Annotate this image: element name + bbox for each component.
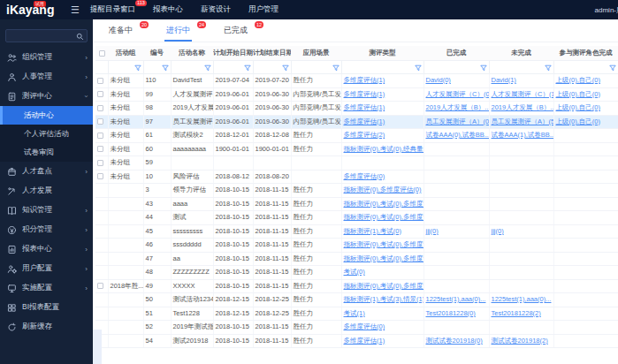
type-link[interactable]: 多维度评估(1) — [344, 76, 385, 84]
type-link[interactable]: 多维度评估(1) — [344, 118, 385, 125]
table-row[interactable]: 46sssddddd2018-10-152018-11-15胜任力指标测评(0)… — [95, 239, 618, 253]
done-link[interactable]: 2019人才发展（B）... — [426, 103, 490, 111]
table-row[interactable]: 54测试2019182018-10-152018-11-15胜任力多维度评估(1… — [95, 334, 618, 348]
sidebar-item-5[interactable]: 人才发展 — [0, 181, 93, 201]
done-link[interactable]: 1225test(1),aaa(0)... — [426, 295, 486, 303]
sidebar-item-3[interactable]: 测评中心› — [0, 87, 93, 106]
row-checkbox[interactable] — [97, 118, 103, 125]
tab-已完成[interactable]: 已完成12 — [222, 25, 249, 42]
type-link[interactable]: 指标测评(1),考试(0) — [344, 227, 401, 235]
type-link[interactable]: 指标测评(0),考试(0),经典量表(0 — [344, 145, 424, 153]
type-link[interactable]: 多维度评估(1) — [344, 103, 385, 111]
tab-准备中[interactable]: 准备中20 — [107, 25, 134, 42]
undone-link[interactable]: jjj(0) — [492, 227, 504, 235]
row-checkbox[interactable] — [97, 283, 103, 289]
filter-funnel-icon[interactable] — [609, 64, 616, 71]
column-header-2[interactable]: 编号 — [143, 46, 171, 60]
filter-funnel-icon[interactable] — [480, 64, 487, 71]
menu-toggle-icon[interactable]: ☰ — [71, 4, 80, 16]
filter-funnel-icon[interactable] — [204, 64, 211, 71]
sidebar-item-8[interactable]: 报表中心› — [0, 239, 93, 259]
done-link[interactable]: jjj(0) — [426, 227, 439, 235]
current-user-label[interactable]: admin-用 — [595, 5, 618, 15]
filter-funnel-icon[interactable] — [282, 64, 289, 71]
undone-link[interactable]: 1225test(1),aaa(0)... — [492, 295, 552, 303]
type-link[interactable]: 多维度评估(1) — [344, 337, 385, 345]
type-link[interactable]: 多维度评估(2) — [344, 131, 385, 139]
done-link[interactable]: 员工发展测评（A）(0) — [426, 118, 490, 125]
undone-link[interactable]: 员工发展测评（A）(5) — [492, 118, 554, 125]
sidebar-item-1[interactable]: 组织管理› — [0, 48, 93, 67]
topmenu-item-1[interactable]: 提醒目录窗口113 — [90, 4, 135, 15]
type-link[interactable]: 指标测评(0),考试(0),多维度评估 — [344, 254, 424, 262]
table-row[interactable]: 50测试活动12342018-12-152018-12-25胜任力指标测评(1)… — [95, 293, 618, 307]
sidebar-subitem-个人评估活动[interactable]: 个人评估活动 — [0, 125, 93, 143]
row-checkbox[interactable] — [97, 91, 103, 97]
table-row[interactable]: 未分组60aaaaaaaaa1900-01-011900-01-01胜任力指标测… — [95, 142, 618, 156]
undone-link[interactable]: 测试试卷201918(2) — [492, 337, 548, 345]
table-row[interactable]: 3领导力评估2018-10-152018-11-15胜任力指标测评(0),多维度… — [95, 184, 618, 198]
type-link[interactable]: 指标测评(0),多维度评估(0) — [344, 186, 422, 193]
tab-进行中[interactable]: 进行中24 — [164, 25, 192, 42]
done-link[interactable]: 试卷AAA(0),试卷BB... — [426, 131, 490, 139]
row-checkbox[interactable] — [97, 105, 103, 111]
done-link[interactable]: Test20181228(0) — [426, 309, 476, 317]
type-link[interactable]: 考试(0) — [344, 268, 365, 276]
type-link[interactable]: 指标测评(0),考试(0),多维度评估 — [344, 240, 424, 248]
type-link[interactable]: 多维度评估(1) — [344, 90, 385, 98]
roles-link[interactable]: 上级(0),自己(0) — [556, 103, 600, 111]
roles-link[interactable]: 上级(0),自己(0) — [556, 76, 600, 84]
select-all-checkbox[interactable] — [99, 50, 105, 57]
type-link[interactable]: 多维度评估(0) — [344, 322, 385, 330]
sidebar-item-10[interactable]: 实施配置› — [0, 278, 93, 298]
table-row[interactable]: 2018年胜...49XXXXX2018-10-152018-11-15胜任力指… — [95, 279, 618, 293]
table-row[interactable]: 47aa2018-10-152018-11-15胜任力指标测评(0),考试(0)… — [95, 252, 618, 266]
filter-funnel-icon[interactable] — [545, 64, 552, 71]
table-row[interactable]: 44测试2018-10-152018-11-15胜任力指标测评(0),考试(0)… — [95, 211, 618, 225]
sidebar-item-11[interactable]: BI报表配置 — [0, 298, 93, 317]
roles-link[interactable]: 上级(0),自己(0) — [556, 118, 600, 125]
column-header-6[interactable]: 应用场景 — [291, 46, 341, 60]
table-row[interactable]: 未分组61测试模块22018-12-012018-12-08胜任力多维度评估(2… — [95, 129, 618, 143]
column-header-7[interactable]: 测评类型 — [341, 46, 423, 60]
topmenu-item-4[interactable]: 用户管理 — [248, 4, 278, 15]
type-link[interactable]: 指标测评(0),考试(0),多维度评估 — [344, 200, 424, 208]
sidebar-item-7[interactable]: 积分管理› — [0, 220, 93, 239]
type-link[interactable]: 指标测评(0),考试(0),多维度评估 — [344, 282, 424, 290]
undone-link[interactable]: David(1) — [492, 76, 516, 84]
done-link[interactable]: 人才发展测评（C）(0) — [426, 90, 490, 98]
sidebar-subitem-试卷审阅[interactable]: 试卷审阅 — [0, 143, 93, 162]
column-header-10[interactable]: 参与测评角色完成 — [553, 46, 618, 60]
roles-link[interactable]: 上级(0),自己(0) — [556, 90, 600, 98]
table-row[interactable]: 45sssssssss2018-10-152018-11-15胜任力指标测评(1… — [95, 224, 618, 239]
table-row[interactable]: 48ZZZZZZZZZ2018-10-152018-11-15胜任力考试(0) — [95, 266, 618, 280]
column-header-3[interactable]: 活动名称 — [171, 46, 213, 60]
sidebar-item-2[interactable]: 人事管理› — [0, 67, 93, 87]
table-row[interactable]: 43aaaa2018-10-152018-11-15胜任力指标测评(0),考试(… — [95, 197, 618, 211]
column-header-5[interactable]: 计划结束日期 — [253, 46, 291, 60]
table-row[interactable]: 未分组99人才发展测评...2019-06-012019-06-30内部竞聘/员… — [95, 87, 618, 102]
filter-funnel-icon[interactable] — [332, 64, 340, 71]
row-checkbox[interactable] — [97, 78, 103, 84]
sidebar-item-4[interactable]: 人才盘点› — [0, 162, 93, 181]
table-row[interactable]: 未分组10风险评估2018-08-122018-08-20多维度评估(0) — [95, 170, 618, 184]
filter-funnel-icon[interactable] — [134, 64, 141, 71]
type-link[interactable]: 指标测评(0),考试(0),多维度评估 — [344, 213, 424, 221]
table-row[interactable]: 51Test12282018-12-152018-12-25胜任力考试(1)Te… — [95, 307, 618, 321]
sidebar-subitem-活动中心[interactable]: 活动中心 — [0, 106, 93, 125]
column-header-4[interactable]: 计划开始日期 — [213, 46, 253, 60]
filter-funnel-icon[interactable] — [244, 64, 251, 71]
done-link[interactable]: David(0) — [426, 76, 451, 84]
sidebar-item-6[interactable]: 知识管理› — [0, 201, 93, 220]
topmenu-item-3[interactable]: 薪资设计 — [201, 4, 231, 15]
row-checkbox[interactable] — [97, 146, 103, 152]
table-row[interactable]: 未分组110DavidTest2019-07-042019-07-20胜任力多维… — [95, 74, 618, 88]
undone-link[interactable]: 2019人才发展（B）... — [492, 103, 554, 111]
type-link[interactable]: 考试(1) — [344, 309, 365, 317]
undone-link[interactable]: 人才发展测评（C）(1) — [492, 90, 554, 98]
filter-funnel-icon[interactable] — [162, 64, 169, 71]
column-header-8[interactable]: 已完成 — [423, 46, 489, 60]
type-link[interactable]: 多维度评估(0) — [344, 172, 385, 180]
topmenu-item-2[interactable]: 报表中心 — [153, 4, 183, 15]
type-link[interactable]: 指标测评(1),考试(3),情景(1) — [344, 295, 424, 303]
